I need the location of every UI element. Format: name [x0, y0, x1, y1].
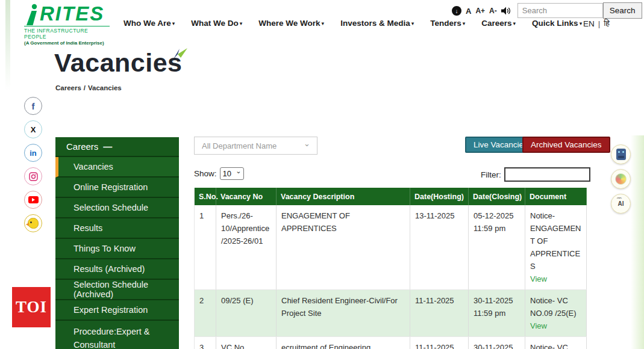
- lang-hindi[interactable]: हि: [604, 19, 610, 28]
- cell-vacancy-no: 09/25 (E): [216, 290, 277, 337]
- filter-input[interactable]: [504, 167, 590, 182]
- filter-label: Filter:: [481, 170, 501, 179]
- table-row: 1 Pers./26-10/Apprentice/2025-26/01 ENGA…: [195, 205, 587, 290]
- show-select-wrap: 10: [220, 167, 244, 180]
- cell-document: Notice- VC No. CL/35-R1/25 View: [525, 337, 587, 349]
- department-select-wrap: All Department Name: [194, 137, 317, 155]
- table-row: 2 09/25 (E) Chief Resident Engineer-Civi…: [195, 290, 587, 337]
- document-title: Notice- VC No. CL/35-R1/25: [530, 341, 581, 349]
- show-entries-select[interactable]: 10: [220, 167, 244, 180]
- department-select[interactable]: All Department Name: [194, 137, 317, 155]
- ai-widget-icon[interactable]: AI: [611, 194, 631, 214]
- chevron-down-icon: ▾: [322, 20, 325, 26]
- nav-tenders[interactable]: Tenders▾: [430, 19, 465, 28]
- cell-sno: 1: [195, 205, 216, 290]
- facebook-icon[interactable]: f: [24, 97, 42, 115]
- instagram-icon[interactable]: [24, 167, 42, 185]
- view-link[interactable]: View: [530, 320, 547, 332]
- col-vacancy-no[interactable]: Vacancy No: [216, 188, 277, 205]
- cell-sno: 3: [195, 337, 216, 349]
- sidebar-item-label: Vacancies: [73, 162, 113, 171]
- show-entries-control: Show: 10: [194, 167, 244, 180]
- view-link[interactable]: View: [530, 273, 547, 285]
- sidebar-item-vacancies[interactable]: Vacancies: [55, 157, 179, 178]
- chevron-down-icon: ▾: [172, 20, 175, 26]
- nav-who-we-are[interactable]: Who We Are▾: [123, 19, 175, 28]
- sidebar-item-procedure-expert-consultant[interactable]: Procedure:Expert & Consultant: [55, 321, 179, 349]
- chevron-down-icon: ▾: [513, 20, 516, 26]
- col-date-hosting[interactable]: Date(Hosting): [410, 188, 469, 205]
- col-sno[interactable]: S.No.: [195, 188, 216, 205]
- language-toggle: EN | हि: [583, 19, 610, 28]
- search-input[interactable]: [517, 3, 603, 18]
- nav-where-we-work[interactable]: Where We Work▾: [258, 19, 324, 28]
- cell-date-hosting: 11-11-2025: [410, 290, 469, 337]
- x-glyph: X: [31, 125, 36, 134]
- breadcrumb-current: Vacancies: [88, 84, 122, 91]
- nav-investors-media[interactable]: Investors & Media▾: [340, 19, 414, 28]
- page-title: Vacancies: [54, 48, 183, 78]
- cell-vacancy-no: Pers./26-10/Apprentice/2025-26/01: [216, 205, 277, 290]
- nav-quick-links[interactable]: Quick Links▾: [532, 19, 582, 28]
- cell-date-closing: 30-11-2025 11:59 pm: [469, 337, 525, 349]
- sidebar-item-selection-schedule-archived[interactable]: Selection Schedule (Archived): [55, 280, 179, 300]
- koo-bird-glyph: [28, 218, 39, 229]
- rites-logo[interactable]: RITES THE INFRASTRUCTURE PEOPLE (A Gover…: [24, 4, 110, 46]
- x-twitter-icon[interactable]: X: [24, 120, 42, 138]
- nav-what-we-do[interactable]: What We Do▾: [191, 19, 242, 28]
- collapse-minus-icon: —: [103, 141, 112, 152]
- sidebar-item-label: Selection Schedule: [73, 203, 148, 212]
- col-date-closing[interactable]: Date(Closing): [469, 188, 525, 205]
- speaker-icon[interactable]: [501, 7, 511, 15]
- sidebar-item-label: Selection Schedule (Archived): [73, 280, 179, 299]
- sidebar-item-expert-registration[interactable]: Expert Registration: [55, 300, 179, 321]
- nav-label: Who We Are: [123, 19, 171, 28]
- palette-glyph: [615, 173, 627, 185]
- sidebar-item-online-registration[interactable]: Online Registration: [55, 178, 179, 198]
- sidebar-item-results-archived[interactable]: Results (Archived): [55, 259, 179, 280]
- activities-widget-icon[interactable]: [611, 169, 631, 189]
- rites-vacancies-page: RITES THE INFRASTRUCTURE PEOPLE (A Gover…: [0, 0, 644, 349]
- chatbot-widget-icon[interactable]: [611, 144, 631, 164]
- sidebar-item-label: Expert Registration: [73, 305, 148, 315]
- sidebar-item-results[interactable]: Results: [55, 218, 179, 239]
- breadcrumb-careers[interactable]: Careers: [55, 84, 81, 91]
- koo-icon[interactable]: [24, 214, 42, 232]
- sidebar-item-selection-schedule[interactable]: Selection Schedule: [55, 198, 179, 218]
- floating-widgets: AI: [611, 144, 631, 214]
- nav-label: Where We Work: [258, 19, 320, 28]
- table-header-row: S.No. Vacancy No Vacancy Description Dat…: [195, 188, 587, 205]
- nav-label: Investors & Media: [340, 19, 410, 28]
- youtube-icon[interactable]: [24, 191, 42, 209]
- sidebar-item-label: Procedure:Expert & Consultant: [73, 327, 150, 349]
- cell-date-hosting: 13-11-2025: [410, 205, 469, 290]
- sidebar-item-label: Online Registration: [73, 182, 148, 192]
- accessibility-icon[interactable]: ↓: [452, 6, 461, 16]
- vacancies-table: S.No. Vacancy No Vacancy Description Dat…: [194, 188, 587, 349]
- cell-vacancy-no: VC No. CL/35-R1/25: [216, 337, 277, 349]
- cell-description: ecruitment of Engineering Professionals …: [277, 337, 410, 349]
- archived-vacancies-button[interactable]: Archived Vacancies: [522, 137, 610, 153]
- youtube-play-glyph: [28, 196, 39, 203]
- main-nav: Who We Are▾ What We Do▾ Where We Work▾ I…: [123, 19, 582, 28]
- cell-sno: 2: [195, 290, 216, 337]
- sidebar-header-label: Careers: [66, 141, 98, 152]
- brand-tagline: THE INFRASTRUCTURE PEOPLE: [24, 26, 110, 40]
- show-label: Show:: [194, 169, 217, 178]
- cell-date-hosting: 11-11-2025: [410, 337, 469, 349]
- lang-english[interactable]: EN: [583, 19, 595, 28]
- font-size-increase-button[interactable]: A+: [475, 7, 485, 15]
- font-size-normal-button[interactable]: A: [466, 7, 471, 16]
- col-vacancy-description[interactable]: Vacancy Description: [277, 188, 410, 205]
- font-size-decrease-button[interactable]: A-: [489, 7, 497, 15]
- col-document[interactable]: Document: [525, 188, 587, 205]
- search-button[interactable]: Search: [603, 2, 642, 19]
- cell-description: Chief Resident Engineer-Civil/For Projec…: [277, 290, 410, 337]
- sidebar-item-things-to-know[interactable]: Things To Know: [55, 239, 179, 259]
- nav-careers[interactable]: Careers▾: [481, 19, 516, 28]
- sidebar-header-careers[interactable]: Careers —: [55, 137, 179, 157]
- toi-watermark: TOI: [12, 287, 51, 327]
- table-row: 3 VC No. CL/35-R1/25 ecruitment of Engin…: [195, 337, 587, 349]
- nav-label: What We Do: [191, 19, 239, 28]
- linkedin-icon[interactable]: in: [24, 144, 42, 162]
